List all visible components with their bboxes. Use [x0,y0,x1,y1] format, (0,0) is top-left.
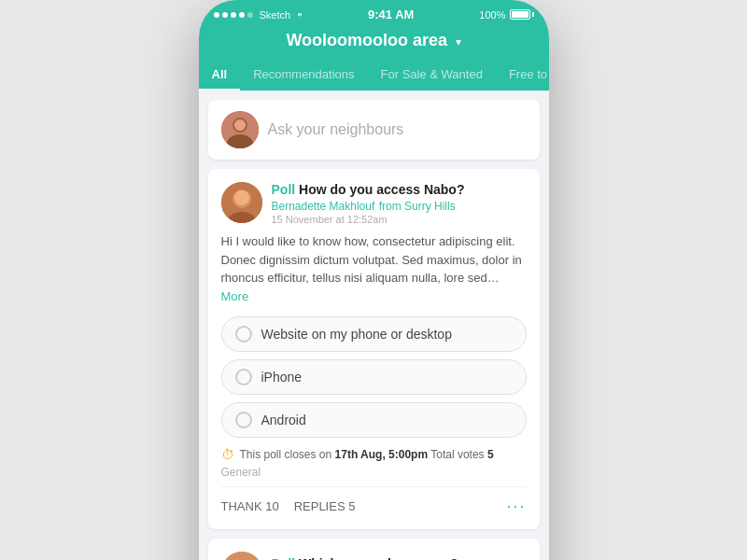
post-meta-1: Poll How do you access Nabo? Bernadette … [272,182,465,225]
status-bar: Sketch ⁌ 9:41 AM 100% [199,0,549,25]
tab-for-sale[interactable]: For Sale & Wanted [368,60,496,91]
phone-frame: Sketch ⁌ 9:41 AM 100% Wooloomooloo area … [199,0,549,560]
poll-radio-1 [235,326,252,343]
more-link-1[interactable]: More [221,289,249,303]
votes-count: 5 [487,448,494,461]
area-title: Wooloomooloo area [286,31,447,49]
post-body-text-1: Hi I would like to know how, consectetur… [221,234,522,285]
ask-bar[interactable]: Ask your neighbours [208,100,540,160]
poll-option-2[interactable]: iPhone [221,359,527,395]
poll-label-2: Poll [272,556,296,560]
battery-bar [510,9,530,20]
author-name-1: Bernadette Makhlouf [272,200,375,213]
post-avatar-1 [221,182,262,223]
status-right: 100% [479,9,533,21]
poll-footer-1: ⏱ This poll closes on 17th Aug, 5:00pm T… [221,447,527,462]
post-avatar-2 [221,552,262,560]
signal-dot-1 [214,12,219,18]
content-area: Ask your neighbours [199,91,549,560]
post-avatar-image-1 [221,182,262,223]
post-question-1: How do you access Nabo? [299,182,464,197]
poll-closes-prefix: This poll closes on [240,448,335,461]
post-title-1: Poll How do you access Nabo? [272,182,465,197]
status-left: Sketch ⁌ [214,8,303,21]
more-options-button[interactable]: ··· [506,497,526,516]
poll-radio-2 [235,369,252,385]
ask-placeholder[interactable]: Ask your neighbours [268,121,404,138]
battery-percent: 100% [479,9,505,21]
signal-dot-5 [247,12,253,18]
battery-fill [512,11,529,18]
replies-count: 5 [348,499,355,513]
poll-label-1: Poll [272,182,296,197]
preview-header-2: Poll Which one makes sense? Amanda Bynes… [221,552,527,560]
poll-option-3[interactable]: Android [221,402,527,438]
poll-option-label-3: Android [261,413,306,427]
replies-button[interactable]: REPLIES 5 [294,499,356,513]
post-meta-2: Poll Which one makes sense? Amanda Bynes… [272,552,458,560]
total-votes-label: Total votes [428,448,487,461]
poll-radio-3 [235,412,252,428]
post-question-2: Which one makes sense? [299,556,458,560]
status-time: 9:41 AM [368,7,414,21]
post-avatar-image-2 [221,552,262,560]
chevron-down-icon[interactable]: ▾ [456,35,461,49]
post-header-1: Poll How do you access Nabo? Bernadette … [221,182,527,225]
signal-dot-4 [239,12,245,18]
post-card-2: Poll Which one makes sense? Amanda Bynes… [208,539,540,560]
tab-recommendations[interactable]: Recommendations [240,60,367,91]
nav-tabs: All Recommendations For Sale & Wanted Fr… [199,60,549,91]
post-author-1: Bernadette Makhlouf from Surry Hills [272,197,465,214]
tab-all[interactable]: All [199,60,241,91]
tab-free[interactable]: Free to a Go [496,60,549,91]
replies-label: REPLIES [294,499,345,513]
post-time-1: 15 November at 12:52am [272,214,465,225]
svg-point-7 [234,190,249,205]
avatar-image [221,111,259,148]
battery-tip [532,12,534,17]
signal-dot-3 [231,12,236,18]
poll-closes-text: This poll closes on 17th Aug, 5:00pm Tot… [240,448,494,461]
wifi-icon: ⁌ [297,8,303,21]
post-card-1: Poll How do you access Nabo? Bernadette … [208,169,540,529]
thank-count: 10 [265,499,278,513]
post-body-1: Hi I would like to know how, consectetur… [221,232,527,305]
carrier-label: Sketch [260,9,291,21]
battery-icon [510,9,534,20]
clock-icon: ⏱ [221,447,234,462]
header: Wooloomooloo area ▾ [199,25,549,60]
signal-dot-2 [222,12,228,18]
thank-button[interactable]: THANK 10 [221,499,279,513]
thank-label: THANK [221,499,262,513]
post-actions-1: THANK 10 REPLIES 5 ··· [221,486,527,516]
post-category-1: General [221,466,527,479]
author-location-1: from Surry Hills [379,200,456,213]
user-avatar [221,111,259,148]
poll-option-label-1: Website on my phone or desktop [261,327,452,342]
poll-option-1[interactable]: Website on my phone or desktop [221,316,527,352]
post-title-2: Poll Which one makes sense? [272,556,458,560]
svg-rect-8 [221,552,262,560]
poll-option-label-2: iPhone [261,370,303,385]
svg-point-3 [234,119,246,131]
poll-date: 17th Aug, 5:00pm [335,448,429,461]
